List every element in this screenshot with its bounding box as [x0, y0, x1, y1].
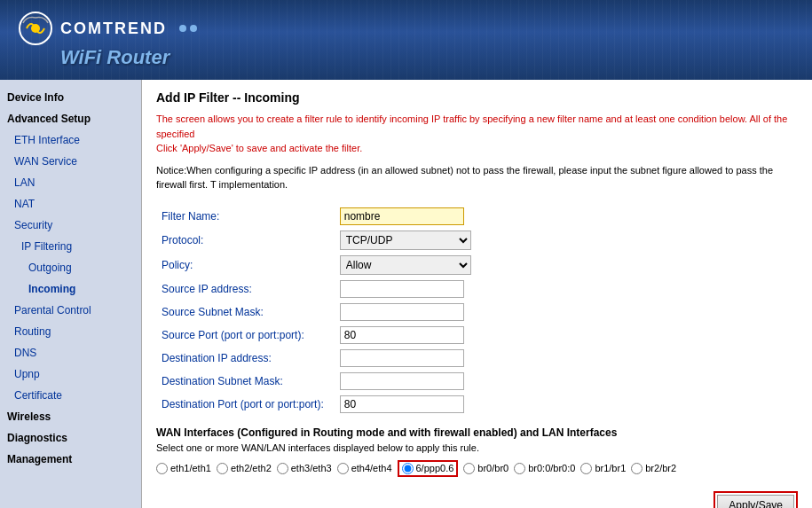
src-port-input[interactable] — [340, 326, 464, 344]
label-eth2eth2: eth2/eth2 — [231, 463, 272, 473]
label-ppp06: 6/ppp0.6 — [416, 463, 454, 473]
description-line1: The screen allows you to create a filter… — [156, 113, 787, 139]
sidebar-item-management[interactable]: Management — [0, 449, 141, 470]
sidebar-item-incoming[interactable]: Incoming — [0, 278, 141, 300]
dst-mask-input[interactable] — [340, 372, 464, 390]
src-port-label: Source Port (port or port:port): — [156, 324, 335, 347]
radio-br2br2[interactable] — [631, 463, 643, 474]
header: COMTREND WiFi Router — [0, 0, 812, 80]
sidebar-item-wireless[interactable]: Wireless — [0, 406, 141, 427]
sidebar-item-ip-filtering[interactable]: IP Filtering — [0, 236, 141, 257]
radio-eth4eth4[interactable] — [337, 463, 349, 474]
sidebar-item-outgoing[interactable]: Outgoing — [0, 257, 141, 278]
dst-mask-label: Destination Subnet Mask: — [156, 370, 335, 393]
svg-point-0 — [20, 12, 51, 44]
dst-port-label: Destination Port (port or port:port): — [156, 393, 335, 416]
policy-label: Policy: — [156, 253, 335, 277]
wan-section-title: WAN Interfaces (Configured in Routing mo… — [156, 426, 798, 439]
sidebar-item-certificate[interactable]: Certificate — [0, 385, 141, 406]
sidebar-item-security[interactable]: Security — [0, 215, 141, 236]
svg-point-1 — [31, 24, 40, 33]
filter-name-label: Filter Name: — [156, 205, 335, 228]
interface-eth3eth3: eth3/eth3 — [277, 463, 332, 474]
main-layout: Device Info Advanced Setup ETH Interface… — [0, 80, 812, 508]
label-eth1eth1: eth1/eth1 — [170, 463, 211, 473]
sidebar-item-wan-service[interactable]: WAN Service — [0, 151, 141, 172]
src-ip-input[interactable] — [340, 280, 464, 298]
dst-ip-label: Destination IP address: — [156, 347, 335, 370]
interface-eth4eth4: eth4/eth4 — [337, 463, 392, 474]
sidebar-item-nat[interactable]: NAT — [0, 193, 141, 215]
interface-eth1eth1: eth1/eth1 — [156, 463, 211, 474]
interface-br00br00: br0:0/br0:0 — [514, 463, 575, 474]
filter-name-input[interactable] — [340, 207, 464, 225]
form-table: Filter Name: Protocol: TCP/UDP TCP UDP I… — [156, 205, 477, 416]
src-mask-label: Source Subnet Mask: — [156, 301, 335, 324]
product-name: WiFi Router — [60, 46, 197, 69]
radio-eth1eth1[interactable] — [156, 463, 168, 474]
sidebar-item-parental-control[interactable]: Parental Control — [0, 300, 141, 321]
interface-br1br1: br1/br1 — [580, 463, 626, 474]
description-line2: Click 'Apply/Save' to save and activate … — [156, 143, 362, 153]
label-eth4eth4: eth4/eth4 — [351, 463, 392, 473]
logo-area: COMTREND WiFi Router — [18, 11, 197, 69]
dst-mask-row: Destination Subnet Mask: — [156, 370, 477, 393]
protocol-select[interactable]: TCP/UDP TCP UDP ICMP — [340, 231, 471, 250]
sidebar-item-lan[interactable]: LAN — [0, 172, 141, 193]
interface-ppp06: 6/ppp0.6 — [398, 460, 459, 477]
label-br00br00: br0:0/br0:0 — [528, 463, 575, 473]
interface-br0br0: br0/br0 — [463, 463, 508, 474]
radio-br00br00[interactable] — [514, 463, 525, 474]
protocol-row: Protocol: TCP/UDP TCP UDP ICMP — [156, 228, 477, 253]
sidebar-item-device-info[interactable]: Device Info — [0, 87, 141, 108]
dst-ip-row: Destination IP address: — [156, 347, 477, 370]
sidebar-item-diagnostics[interactable]: Diagnostics — [0, 427, 141, 449]
interface-eth2eth2: eth2/eth2 — [217, 463, 272, 474]
comtrend-logo — [18, 11, 53, 46]
page-title: Add IP Filter -- Incoming — [156, 90, 798, 105]
apply-save-area: Apply/Save — [156, 491, 798, 509]
radio-eth2eth2[interactable] — [217, 463, 228, 474]
sidebar-item-routing[interactable]: Routing — [0, 321, 141, 342]
sidebar: Device Info Advanced Setup ETH Interface… — [0, 80, 142, 508]
sidebar-item-dns[interactable]: DNS — [0, 342, 141, 363]
src-mask-input[interactable] — [340, 303, 464, 321]
content-area: Add IP Filter -- Incoming The screen all… — [142, 80, 812, 508]
sidebar-item-advanced-setup[interactable]: Advanced Setup — [0, 108, 141, 129]
interfaces-row: eth1/eth1 eth2/eth2 eth3/eth3 eth4/eth4 … — [156, 460, 798, 477]
label-br2br2: br2/br2 — [645, 463, 676, 473]
apply-save-button[interactable]: Apply/Save — [717, 495, 794, 509]
src-mask-row: Source Subnet Mask: — [156, 301, 477, 324]
dst-port-row: Destination Port (port or port:port): — [156, 393, 477, 416]
protocol-label: Protocol: — [156, 228, 335, 253]
label-br1br1: br1/br1 — [595, 463, 626, 473]
dst-ip-input[interactable] — [340, 349, 464, 367]
radio-br1br1[interactable] — [580, 463, 592, 474]
policy-select[interactable]: Allow Deny — [340, 255, 471, 275]
apply-save-wrapper: Apply/Save — [713, 491, 798, 509]
interface-br2br2: br2/br2 — [631, 463, 676, 474]
sidebar-item-upnp[interactable]: Upnp — [0, 363, 141, 385]
radio-br0br0[interactable] — [463, 463, 475, 474]
wan-section-sub: Select one or more WAN/LAN interfaces di… — [156, 442, 798, 453]
dst-port-input[interactable] — [340, 395, 464, 413]
src-port-row: Source Port (port or port:port): — [156, 324, 477, 347]
radio-eth3eth3[interactable] — [277, 463, 288, 474]
label-eth3eth3: eth3/eth3 — [291, 463, 332, 473]
sidebar-item-eth-interface[interactable]: ETH Interface — [0, 129, 141, 151]
src-ip-label: Source IP address: — [156, 277, 335, 301]
src-ip-row: Source IP address: — [156, 277, 477, 301]
policy-row: Policy: Allow Deny — [156, 253, 477, 277]
dots — [179, 25, 197, 32]
label-br0br0: br0/br0 — [477, 463, 508, 473]
filter-name-row: Filter Name: — [156, 205, 477, 228]
notice-text: Notice:When configuring a specific IP ad… — [156, 163, 798, 192]
brand-name: COMTREND — [60, 20, 167, 38]
radio-ppp06[interactable] — [402, 463, 414, 474]
description-text: The screen allows you to create a filter… — [156, 112, 798, 156]
